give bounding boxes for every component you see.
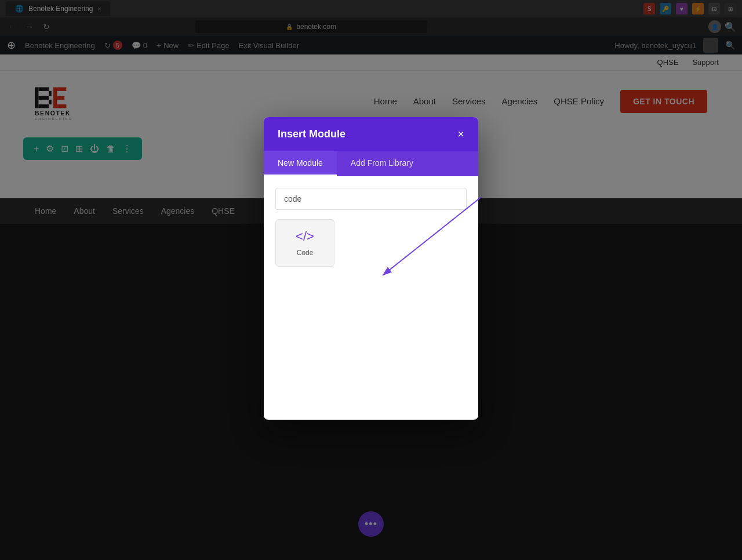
modal-header: Insert Module × — [264, 117, 478, 151]
insert-module-modal: Insert Module × New Module Add From Libr… — [264, 117, 478, 420]
tab-add-from-library[interactable]: Add From Library — [337, 151, 427, 176]
tab-new-module[interactable]: New Module — [264, 151, 337, 176]
modal-title: Insert Module — [278, 128, 345, 140]
code-module-label: Code — [297, 249, 314, 257]
dark-background: Insert Module × New Module Add From Libr… — [0, 224, 742, 479]
modal-overlay: Insert Module × New Module Add From Libr… — [0, 0, 742, 560]
module-item-code[interactable]: </> Code — [275, 219, 334, 267]
modal-body: </> Code — [264, 176, 478, 420]
code-module-icon: </> — [296, 229, 314, 244]
modal-tabs: New Module Add From Library — [264, 151, 478, 176]
module-search-input[interactable] — [275, 188, 467, 210]
module-grid: </> Code — [275, 219, 467, 267]
modal-close-button[interactable]: × — [457, 128, 464, 141]
